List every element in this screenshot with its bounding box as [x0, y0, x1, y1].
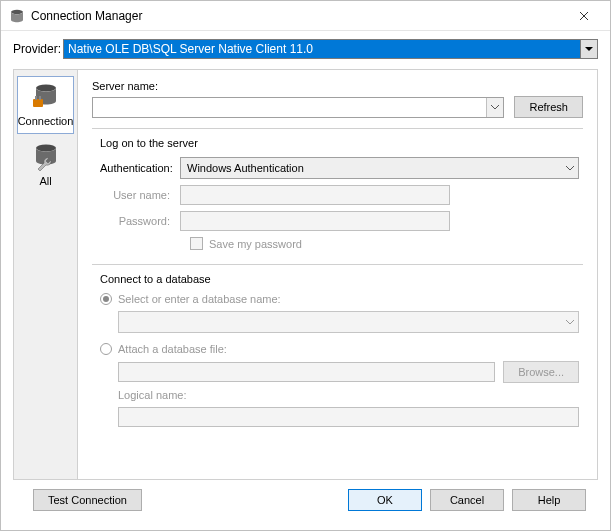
sidebar-item-all[interactable]: All	[17, 136, 74, 194]
svg-rect-3	[35, 96, 37, 100]
database-plug-icon	[30, 81, 62, 113]
chevron-down-icon	[561, 312, 578, 332]
logon-group: Log on to the server Authentication: Win…	[92, 128, 583, 260]
svg-point-5	[36, 145, 56, 152]
server-name-combo[interactable]	[92, 97, 504, 118]
provider-value: Native OLE DB\SQL Server Native Client 1…	[68, 42, 313, 56]
browse-button: Browse...	[503, 361, 579, 383]
provider-select[interactable]: Native OLE DB\SQL Server Native Client 1…	[63, 39, 598, 59]
svg-rect-4	[39, 96, 41, 100]
provider-row: Provider: Native OLE DB\SQL Server Nativ…	[13, 39, 598, 59]
radio-icon	[100, 343, 112, 355]
footer: Test Connection OK Cancel Help	[13, 480, 598, 520]
database-group-title: Connect to a database	[100, 273, 579, 285]
database-name-combo[interactable]	[118, 311, 579, 333]
radio-icon	[100, 293, 112, 305]
provider-label: Provider:	[13, 42, 63, 56]
logical-name-label: Logical name:	[118, 389, 198, 401]
checkbox-icon	[190, 237, 203, 250]
radio-select-label: Select or enter a database name:	[118, 293, 281, 305]
close-button[interactable]	[562, 1, 606, 30]
username-input	[180, 185, 450, 205]
title-bar: Connection Manager	[1, 1, 610, 31]
database-wrench-icon	[30, 141, 62, 173]
test-connection-button[interactable]: Test Connection	[33, 489, 142, 511]
server-name-label: Server name:	[92, 80, 583, 92]
chevron-down-icon	[561, 158, 578, 178]
authentication-value: Windows Authentication	[187, 162, 304, 174]
username-label: User name:	[100, 189, 180, 201]
logon-group-title: Log on to the server	[100, 137, 579, 149]
logical-name-input	[118, 407, 579, 427]
main-panel: Server name: Refresh Log on to the serve…	[78, 70, 597, 479]
password-label: Password:	[100, 215, 180, 227]
content-area: Provider: Native OLE DB\SQL Server Nativ…	[1, 31, 610, 530]
save-password-checkbox: Save my password	[190, 237, 579, 250]
sidebar: Connection All	[14, 70, 78, 479]
database-group: Connect to a database Select or enter a …	[92, 264, 583, 437]
sidebar-item-label: All	[39, 175, 51, 187]
app-icon	[9, 8, 25, 24]
attach-file-input	[118, 362, 495, 382]
save-password-label: Save my password	[209, 238, 302, 250]
cancel-button[interactable]: Cancel	[430, 489, 504, 511]
connection-manager-window: Connection Manager Provider: Native OLE …	[0, 0, 611, 531]
ok-button[interactable]: OK	[348, 489, 422, 511]
refresh-button[interactable]: Refresh	[514, 96, 583, 118]
password-input	[180, 211, 450, 231]
svg-point-0	[11, 9, 23, 13]
sidebar-item-label: Connection	[18, 115, 74, 127]
svg-point-1	[36, 85, 56, 92]
radio-select-database[interactable]: Select or enter a database name:	[100, 293, 579, 305]
authentication-select[interactable]: Windows Authentication	[180, 157, 579, 179]
chevron-down-icon	[486, 98, 503, 117]
body-row: Connection All Server name:	[13, 69, 598, 480]
window-title: Connection Manager	[31, 9, 562, 23]
svg-rect-2	[33, 99, 43, 107]
radio-attach-file[interactable]: Attach a database file:	[100, 343, 579, 355]
authentication-label: Authentication:	[100, 162, 180, 174]
help-button[interactable]: Help	[512, 489, 586, 511]
dropdown-arrow-icon	[580, 40, 597, 58]
sidebar-item-connection[interactable]: Connection	[17, 76, 74, 134]
radio-attach-label: Attach a database file:	[118, 343, 227, 355]
